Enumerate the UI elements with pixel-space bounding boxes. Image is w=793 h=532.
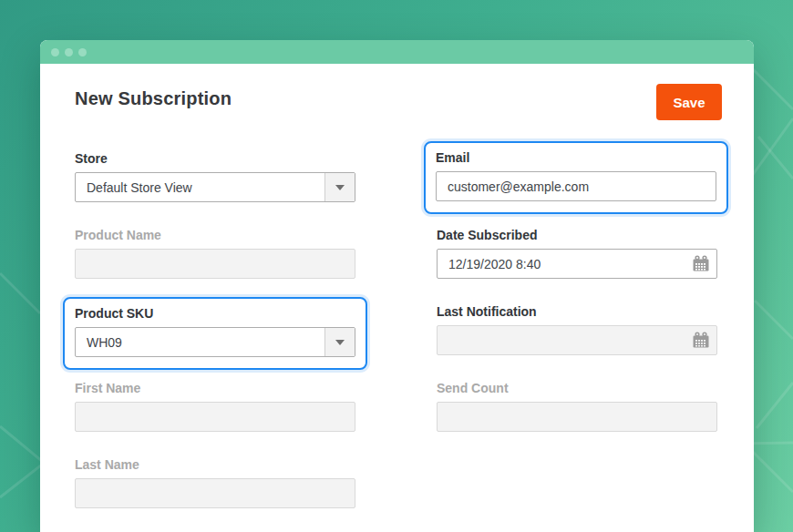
calendar-icon[interactable] <box>685 250 716 278</box>
email-input-wrap <box>436 171 716 201</box>
date-subscribed-field[interactable] <box>438 250 685 278</box>
last-notification-input-wrap <box>437 325 717 355</box>
first-name-label: First Name <box>75 381 355 395</box>
store-select-value: Default Store View <box>76 180 324 195</box>
field-send-count: Send Count <box>437 381 717 432</box>
last-notification-label: Last Notification <box>437 304 717 319</box>
store-label: Store <box>75 151 355 166</box>
send-count-label: Send Count <box>437 381 717 395</box>
window-dot-icon <box>51 48 59 56</box>
field-first-name: First Name <box>75 381 355 432</box>
window-dot-icon <box>78 48 87 56</box>
date-subscribed-input-wrap <box>437 249 717 279</box>
field-last-name: Last Name <box>75 457 355 508</box>
store-select[interactable]: Default Store View <box>75 172 355 202</box>
product-name-label: Product Name <box>75 228 355 242</box>
email-highlight: Email <box>424 141 728 214</box>
product-sku-label: Product SKU <box>75 306 355 321</box>
page-title: New Subscription <box>75 88 232 109</box>
field-email: Email <box>436 150 716 201</box>
field-product-sku: Product SKU WH09 <box>75 306 355 357</box>
field-date-subscribed: Date Subscribed <box>437 228 717 279</box>
send-count-input-wrap <box>437 402 717 432</box>
last-name-label: Last Name <box>75 457 355 472</box>
desktop-background: New Subscription Save Store Default Stor… <box>0 0 793 532</box>
product-name-input-wrap <box>75 249 355 279</box>
app-window: New Subscription Save Store Default Stor… <box>40 40 754 532</box>
field-product-name: Product Name <box>75 228 355 279</box>
product-sku-select[interactable]: WH09 <box>75 327 355 357</box>
first-name-input <box>76 403 355 431</box>
chevron-down-icon[interactable] <box>324 173 355 201</box>
email-field[interactable] <box>437 172 716 200</box>
email-label: Email <box>436 150 716 165</box>
product-sku-highlight: Product SKU WH09 <box>63 297 367 370</box>
chevron-down-icon[interactable] <box>324 328 355 356</box>
product-name-input <box>76 250 355 278</box>
window-titlebar <box>40 40 754 64</box>
product-sku-select-value: WH09 <box>76 335 324 350</box>
field-store: Store Default Store View <box>75 151 355 202</box>
field-last-notification: Last Notification <box>437 304 717 355</box>
send-count-field <box>438 403 716 431</box>
window-dot-icon <box>65 48 73 56</box>
date-subscribed-label: Date Subscribed <box>437 228 717 242</box>
last-name-input <box>76 479 355 507</box>
calendar-icon[interactable] <box>685 326 716 354</box>
last-notification-field <box>438 326 685 354</box>
first-name-input-wrap <box>75 402 355 432</box>
last-name-input-wrap <box>75 478 355 508</box>
save-button[interactable]: Save <box>656 84 722 120</box>
